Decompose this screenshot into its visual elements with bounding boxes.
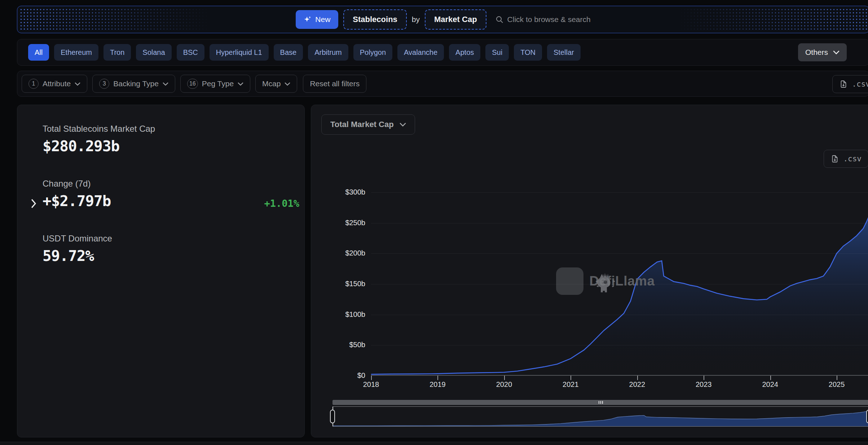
total-mcap-label: Total Stablecoins Market Cap	[43, 124, 294, 134]
gridline	[371, 315, 868, 315]
y-tick-label: $250b	[321, 219, 365, 227]
x-tick	[770, 376, 771, 380]
chevron-down-icon	[75, 82, 80, 86]
chain-tab-base[interactable]: Base	[274, 44, 303, 61]
y-tick-label: $100b	[321, 310, 365, 319]
chevron-down-icon	[833, 50, 840, 54]
new-button-label: New	[315, 15, 330, 24]
chain-tab-sui[interactable]: Sui	[485, 44, 509, 61]
gridline	[371, 253, 868, 254]
chart-metric-dropdown[interactable]: Total Market Cap	[321, 114, 415, 135]
gridline	[371, 345, 868, 345]
chain-tab-hyperliquid-l1[interactable]: Hyperliquid L1	[210, 44, 269, 61]
chain-list: AllEthereumTronSolanaBSCHyperliquid L1Ba…	[28, 44, 581, 61]
gridline	[371, 284, 868, 284]
search-icon	[495, 15, 504, 24]
x-tick-label: 2018	[355, 380, 387, 389]
chevron-right-icon[interactable]	[30, 199, 37, 208]
promo-search-banner: New Stablecoins by Market Cap Click to b…	[17, 6, 868, 33]
change-7d-percent: +1.01%	[264, 198, 299, 209]
scrollbar-grip-icon[interactable]	[599, 401, 603, 404]
file-download-icon	[830, 154, 839, 163]
chevron-down-icon	[285, 82, 290, 86]
defillama-logo-icon	[556, 267, 583, 295]
market-cap-chart: $300b$250b$200b$150b$100b$50b$0	[321, 179, 868, 392]
x-tick	[704, 376, 704, 380]
metric-selector-button[interactable]: Market Cap	[425, 9, 486, 30]
brush-mini-chart	[332, 407, 868, 426]
brush-handle-left[interactable]	[330, 410, 335, 423]
connector-label: by	[412, 15, 420, 24]
reset-filters-button[interactable]: Reset all filters	[303, 75, 366, 93]
x-tick	[504, 376, 505, 380]
x-tick-label: 2024	[754, 380, 787, 389]
chain-tab-aptos[interactable]: Aptos	[449, 44, 480, 61]
y-tick-label: $0	[321, 371, 365, 380]
x-tick-label: 2022	[621, 380, 653, 389]
chain-tab-ethereum[interactable]: Ethereum	[54, 44, 98, 61]
chain-tab-ton[interactable]: TON	[514, 44, 542, 61]
file-download-icon	[839, 80, 848, 88]
chain-tab-tron[interactable]: Tron	[103, 44, 131, 61]
sparkle-icon	[304, 16, 312, 23]
chart-plot-area[interactable]: DefiLlama	[371, 179, 868, 376]
others-label: Others	[805, 48, 828, 57]
total-mcap-stat: Total Stablecoins Market Cap $280.293b	[43, 124, 294, 155]
y-axis-labels: $300b$250b$200b$150b$100b$50b$0	[321, 179, 365, 376]
x-tick	[437, 376, 438, 380]
filter-dropdown-peg-type[interactable]: 16Peg Type	[180, 75, 250, 93]
x-tick-label: 2023	[687, 380, 720, 389]
x-tick-label: 2021	[554, 380, 587, 389]
change-7d-value: +$2.797b	[43, 192, 294, 210]
stablecoins-selector-button[interactable]: Stablecoins	[343, 9, 406, 30]
x-tick	[637, 376, 638, 380]
total-mcap-value: $280.293b	[43, 138, 294, 155]
usdt-dominance-value: 59.72%	[43, 247, 294, 265]
gridline	[371, 192, 868, 193]
chain-others-dropdown[interactable]: Others	[798, 43, 847, 61]
x-tick-label: 2020	[488, 380, 520, 389]
x-tick-label: 2019	[421, 380, 454, 389]
y-tick-label: $150b	[321, 280, 365, 288]
export-csv-button[interactable]: .csv	[832, 75, 868, 93]
chain-tab-polygon[interactable]: Polygon	[353, 44, 392, 61]
gridline	[371, 223, 868, 223]
usdt-dominance-stat: USDT Dominance 59.72%	[43, 234, 294, 265]
y-tick-label: $200b	[321, 249, 365, 257]
chain-tab-stellar[interactable]: Stellar	[547, 44, 581, 61]
chain-filter-bar: AllEthereumTronSolanaBSCHyperliquid L1Ba…	[17, 39, 868, 66]
defillama-watermark: DefiLlama	[556, 267, 655, 295]
x-tick	[371, 376, 372, 380]
chain-tab-solana[interactable]: Solana	[136, 44, 171, 61]
chevron-down-icon	[400, 122, 406, 127]
chart-range-brush[interactable]	[332, 406, 868, 427]
x-axis-line	[371, 375, 868, 376]
chart-export-csv-button[interactable]: .csv	[824, 150, 868, 168]
x-tick	[570, 376, 571, 380]
change-7d-label: Change (7d)	[43, 179, 294, 189]
filter-dropdown-mcap[interactable]: Mcap	[255, 75, 297, 93]
usdt-dominance-label: USDT Dominance	[43, 234, 294, 244]
search-placeholder: Click to browse & search	[507, 15, 591, 24]
chain-tab-avalanche[interactable]: Avalanche	[397, 44, 444, 61]
filter-list: 1Attribute3Backing Type16Peg TypeMcap	[22, 75, 297, 93]
chart-panel: Total Market Cap .csv $300b$250b$200b$15…	[311, 105, 868, 437]
change-7d-stat: Change (7d) +$2.797b +1.01%	[43, 179, 294, 210]
filters-bar: 1Attribute3Backing Type16Peg TypeMcap Re…	[17, 71, 868, 97]
chevron-down-icon	[238, 82, 243, 86]
filter-dropdown-attribute[interactable]: 1Attribute	[22, 75, 87, 93]
chevron-down-icon	[163, 82, 168, 86]
chain-tab-all[interactable]: All	[28, 44, 49, 61]
chart-scrollbar[interactable]	[332, 400, 868, 405]
search-trigger[interactable]: Click to browse & search	[495, 15, 591, 24]
stats-panel: Total Stablecoins Market Cap $280.293b C…	[17, 105, 305, 437]
next-section-edge	[0, 442, 868, 445]
filter-count-badge: 3	[99, 79, 109, 89]
chain-tab-arbitrum[interactable]: Arbitrum	[308, 44, 348, 61]
filter-count-badge: 16	[187, 79, 198, 89]
brush-handle-right[interactable]	[866, 410, 868, 423]
filter-count-badge: 1	[28, 79, 39, 89]
chain-tab-bsc[interactable]: BSC	[177, 44, 204, 61]
new-button[interactable]: New	[296, 10, 338, 29]
filter-dropdown-backing-type[interactable]: 3Backing Type	[92, 75, 175, 93]
